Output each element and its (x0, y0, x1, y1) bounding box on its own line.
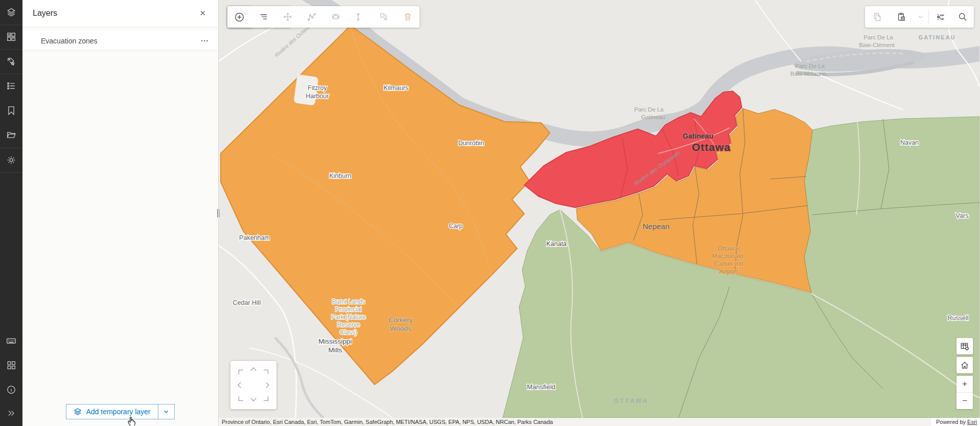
sidebar-item-open[interactable] (0, 124, 22, 146)
map-label-burnt-lands-5: Class) (340, 329, 357, 336)
sidebar-item-bookmarks[interactable] (0, 99, 22, 122)
copy-button[interactable] (865, 6, 889, 28)
pan-down[interactable] (247, 392, 260, 405)
map-label-corkery-1: Corkery (388, 316, 413, 324)
vertices-icon (355, 12, 364, 21)
map-label-parc-gatineau-1: Parc De La (634, 106, 664, 113)
map-label-kinburn: Kinburn (329, 172, 351, 180)
duplicate-icon (379, 12, 388, 21)
map-canvas[interactable]: Fitzroy Harbour Kilmaurs Dunrobin Kinbur… (219, 0, 979, 426)
corner-down-right-icon (264, 396, 268, 401)
apps-grid-icon (7, 361, 16, 370)
copy-icon (873, 12, 882, 21)
trash-icon (403, 12, 412, 21)
add-temporary-layer-button[interactable]: Add temporary layer (66, 404, 174, 419)
home-icon (960, 361, 969, 370)
map-label-nepean: Nepean (643, 222, 670, 231)
map-label-corkery-2: Woods (390, 325, 411, 332)
map-label-dunrobin: Dunrobin (458, 140, 484, 147)
keyboard-nav-pad (230, 361, 276, 409)
move-tool-button[interactable] (275, 6, 299, 28)
gear-icon (7, 155, 16, 165)
paste-icon (897, 12, 906, 21)
map-label-mansfield: Mansfield (527, 383, 555, 391)
layers-panel: Layers ✕ Evacuation zones ••• Add tempor… (22, 0, 219, 426)
rail-divider (0, 74, 22, 74)
panel-footer: Add temporary layer (22, 397, 218, 426)
map-label-burnt-lands-2: Provincial (335, 306, 362, 313)
chevron-left-icon (238, 382, 244, 388)
powered-by: Powered byEsri (931, 418, 980, 426)
panel-resize-handle[interactable] (217, 208, 220, 219)
add-layer-dropdown-button[interactable] (158, 404, 175, 419)
map-container[interactable]: Fitzroy Harbour Kilmaurs Dunrobin Kinbur… (219, 0, 980, 426)
pan-down-right[interactable] (260, 392, 272, 405)
pan-up[interactable] (247, 365, 260, 378)
add-temporary-layer-main[interactable]: Add temporary layer (66, 404, 158, 419)
layer-row-evacuation-zones[interactable]: Evacuation zones ••• (22, 31, 218, 51)
sidebar-item-apps[interactable] (0, 354, 22, 376)
default-extent-button[interactable] (956, 357, 973, 373)
scale-tool-button[interactable] (323, 6, 347, 28)
pan-right[interactable] (260, 378, 272, 392)
rail-divider (0, 49, 22, 50)
panel-title: Layers (33, 9, 196, 18)
filter-list-icon (259, 12, 268, 21)
feature-templates-button[interactable] (251, 6, 275, 28)
map-label-parc-mclaurin-2: Baie-Mclaurin (790, 71, 826, 77)
move-arrows-icon (283, 12, 292, 21)
snapping-button[interactable] (929, 6, 951, 28)
paste-options-button[interactable] (913, 6, 928, 28)
zoom-out-button[interactable]: − (956, 393, 973, 409)
map-label-kilmaurs: Kilmaurs (384, 84, 409, 92)
pan-up-right[interactable] (260, 365, 272, 378)
sidebar-item-info[interactable] (0, 378, 22, 401)
sidebar-item-legend[interactable] (0, 75, 22, 97)
chevron-down-icon (250, 395, 256, 401)
corner-up-right-icon (264, 370, 268, 374)
map-label-navan: Navan (900, 139, 919, 146)
map-label-airport-4: Airport (719, 268, 738, 275)
sidebar-item-select[interactable] (0, 50, 22, 73)
map-label-carp: Carp (449, 222, 462, 230)
search-button[interactable] (951, 6, 974, 28)
map-label-parc-clement-1: Parc De La (864, 34, 893, 40)
sidebar-item-basemap[interactable] (0, 26, 22, 48)
edit-vertices-button[interactable] (347, 6, 371, 28)
attribute-table-button[interactable] (956, 338, 973, 354)
reshape-tool-button[interactable] (299, 6, 323, 28)
paste-button[interactable] (889, 6, 913, 28)
add-feature-button[interactable] (227, 6, 251, 28)
map-label-parc-mclaurin-1: Parc De La (795, 63, 825, 69)
pan-up-left[interactable] (235, 365, 247, 378)
esri-link[interactable]: Esri (967, 419, 977, 425)
basemap-icon (7, 32, 16, 41)
map-label-mississippi-1: Mississippi (318, 338, 352, 345)
corner-up-left-icon (239, 370, 243, 374)
legend-icon (7, 81, 16, 91)
zoom-in-button[interactable]: + (956, 376, 973, 392)
delete-feature-button[interactable] (395, 6, 419, 28)
sidebar-item-layers[interactable] (0, 1, 22, 24)
sidebar-item-settings[interactable] (0, 149, 22, 171)
map-label-parc-clement-2: Baie-Clément (859, 42, 895, 48)
select-features-icon (7, 57, 16, 66)
pan-left[interactable] (235, 378, 247, 392)
double-chevron-right-icon (7, 409, 15, 417)
layers-icon (7, 8, 16, 17)
chevron-down-icon (918, 14, 924, 20)
reshape-icon (307, 12, 316, 21)
map-label-fitzroy-2: Harbour (306, 93, 329, 100)
layer-options-icon[interactable]: ••• (200, 36, 210, 46)
map-label-gatineau-region: GATINEAU (919, 34, 956, 40)
layers-icon (74, 408, 82, 416)
chevron-right-icon (263, 382, 269, 388)
folder-icon (7, 130, 16, 140)
info-icon (7, 385, 16, 394)
powered-by-text: Powered by (936, 419, 966, 425)
sidebar-item-keyboard-shortcuts[interactable] (0, 329, 22, 352)
close-icon[interactable]: ✕ (196, 7, 209, 20)
sidebar-item-expand[interactable] (0, 402, 22, 424)
pan-down-left[interactable] (235, 392, 247, 405)
duplicate-tool-button[interactable] (371, 6, 395, 28)
